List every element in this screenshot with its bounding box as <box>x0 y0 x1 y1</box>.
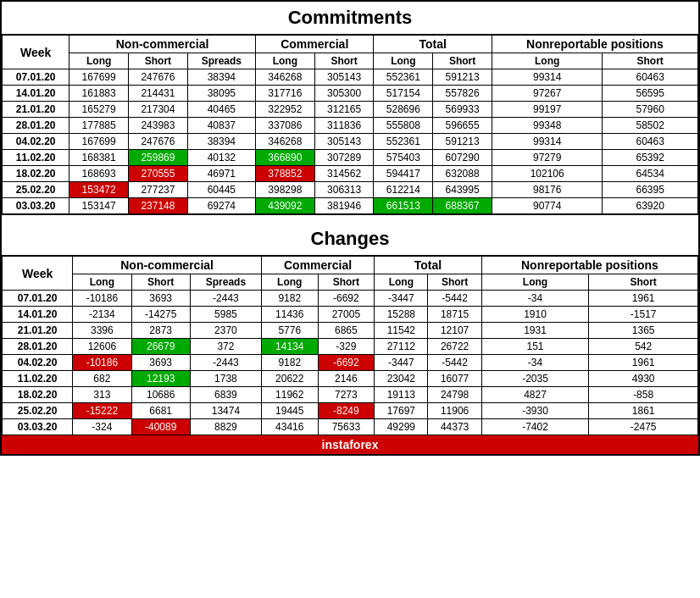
t-short-header-ch: Short <box>428 274 481 291</box>
nc-spreads-header-c: Spreads <box>187 53 255 69</box>
table-cell: 04.02.20 <box>3 134 69 150</box>
table-cell: 305300 <box>314 86 374 102</box>
table-cell: 346268 <box>255 134 314 150</box>
table-cell: 11.02.20 <box>3 150 69 166</box>
nr-long-header-c: Long <box>492 53 603 69</box>
table-cell: 177885 <box>69 118 129 134</box>
table-cell: -1517 <box>589 307 698 323</box>
table-cell: 9182 <box>261 355 318 371</box>
table-cell: -34 <box>481 355 589 371</box>
table-cell: -15222 <box>73 403 131 419</box>
table-cell: 65392 <box>603 150 698 166</box>
table-cell: 1365 <box>589 323 698 339</box>
table-cell: 591213 <box>433 69 492 86</box>
table-cell: 259869 <box>129 150 188 166</box>
table-cell: 28.01.20 <box>3 339 73 355</box>
table-cell: 11906 <box>428 403 481 419</box>
table-cell: -2443 <box>190 291 261 307</box>
table-cell: 15288 <box>375 307 428 323</box>
table-cell: 661513 <box>374 198 433 214</box>
table-cell: 151 <box>481 339 589 355</box>
table-cell: 97279 <box>492 150 603 166</box>
table-cell: 314562 <box>314 166 374 182</box>
table-cell: 161883 <box>69 86 129 102</box>
table-cell: 46971 <box>187 166 255 182</box>
table-cell: 63920 <box>603 198 698 214</box>
table-cell: -858 <box>589 387 698 403</box>
table-cell: -5442 <box>428 355 481 371</box>
commercial-header-ch: Commercial <box>261 257 374 274</box>
table-cell: 569933 <box>433 102 492 118</box>
table-cell: 75633 <box>318 419 375 435</box>
table-cell: 398298 <box>255 182 314 198</box>
table-cell: 28.01.20 <box>3 118 69 134</box>
table-cell: 165279 <box>69 102 129 118</box>
table-cell: -10186 <box>73 355 131 371</box>
table-cell: 1961 <box>589 291 698 307</box>
nc-long-header-ch: Long <box>73 274 131 291</box>
table-cell: 102106 <box>492 166 603 182</box>
table-cell: 612214 <box>374 182 433 198</box>
nr-short-header-c: Short <box>603 53 698 69</box>
week-header-c: Week <box>3 36 69 69</box>
table-cell: 214431 <box>129 86 188 102</box>
table-cell: 167699 <box>69 134 129 150</box>
table-cell: 322952 <box>255 102 314 118</box>
commitments-table: Week Non-commercial Commercial Total Non… <box>2 35 698 214</box>
table-cell: 14.01.20 <box>3 307 73 323</box>
table-cell: -324 <box>73 419 131 435</box>
table-cell: 2873 <box>131 323 190 339</box>
table-cell: 18.02.20 <box>3 166 69 182</box>
table-cell: 16077 <box>428 371 481 387</box>
table-cell: -40089 <box>131 419 190 435</box>
c-short-header-ch: Short <box>318 274 375 291</box>
table-cell: 557826 <box>433 86 492 102</box>
table-cell: 03.03.20 <box>3 419 73 435</box>
table-cell: 13474 <box>190 403 261 419</box>
table-cell: 99197 <box>492 102 603 118</box>
table-cell: 27112 <box>375 339 428 355</box>
table-cell: 6681 <box>131 403 190 419</box>
table-cell: 64534 <box>603 166 698 182</box>
table-cell: 528696 <box>374 102 433 118</box>
table-cell: 25.02.20 <box>3 403 73 419</box>
table-cell: 688367 <box>433 198 492 214</box>
table-cell: 643995 <box>433 182 492 198</box>
table-cell: 247676 <box>129 134 188 150</box>
table-cell: 517154 <box>374 86 433 102</box>
table-cell: 10686 <box>131 387 190 403</box>
table-cell: -2035 <box>481 371 589 387</box>
c-short-header-c: Short <box>314 53 374 69</box>
total-header-c: Total <box>374 36 492 53</box>
t-long-header-ch: Long <box>375 274 428 291</box>
table-cell: 38095 <box>187 86 255 102</box>
table-cell: 575403 <box>374 150 433 166</box>
main-container: Commitments Week Non-commercial Commerci… <box>0 0 700 456</box>
table-cell: 3693 <box>131 291 190 307</box>
nonreportable-header-ch: Nonreportable positions <box>481 257 697 274</box>
table-cell: 607290 <box>433 150 492 166</box>
table-cell: 11542 <box>375 323 428 339</box>
table-cell: 4930 <box>589 371 698 387</box>
table-cell: -34 <box>481 291 589 307</box>
commercial-header-c: Commercial <box>255 36 374 53</box>
table-cell: 40132 <box>187 150 255 166</box>
table-cell: 98176 <box>492 182 603 198</box>
table-cell: 23042 <box>375 371 428 387</box>
nr-short-header-ch: Short <box>589 274 698 291</box>
table-cell: 307289 <box>314 150 374 166</box>
table-cell: 25.02.20 <box>3 182 69 198</box>
table-cell: 99314 <box>492 69 603 86</box>
nc-spreads-header-ch: Spreads <box>190 274 261 291</box>
table-cell: -6692 <box>318 355 375 371</box>
noncommercial-header-ch: Non-commercial <box>73 257 262 274</box>
table-cell: 19113 <box>375 387 428 403</box>
table-cell: 366890 <box>255 150 314 166</box>
table-cell: 3693 <box>131 355 190 371</box>
table-cell: 4827 <box>481 387 589 403</box>
changes-table: Week Non-commercial Commercial Total Non… <box>2 256 698 435</box>
table-cell: 439092 <box>255 198 314 214</box>
table-cell: 552361 <box>374 69 433 86</box>
table-cell: 312165 <box>314 102 374 118</box>
table-cell: 243983 <box>129 118 188 134</box>
